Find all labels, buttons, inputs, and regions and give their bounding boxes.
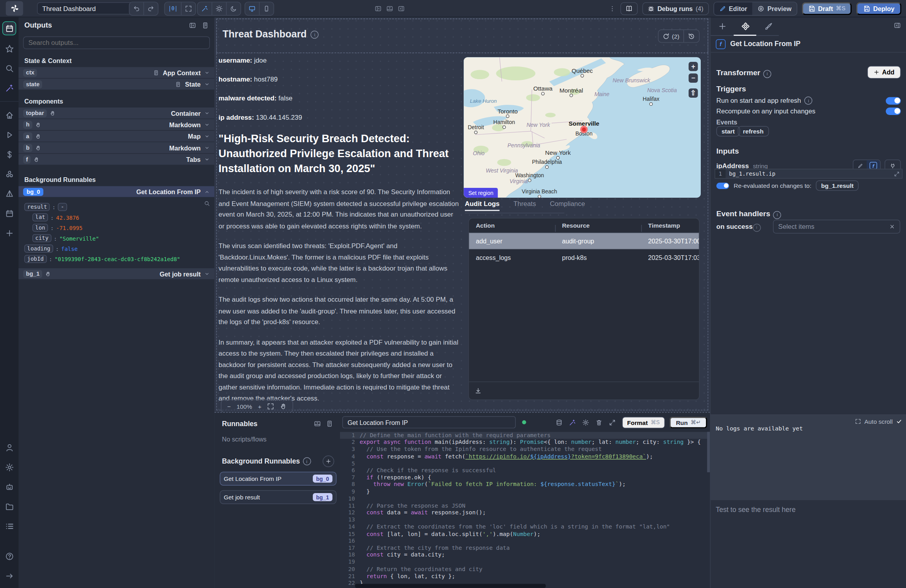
run-on-start-toggle[interactable] xyxy=(886,97,901,104)
docs-button[interactable] xyxy=(620,2,638,15)
ai-edit-icon[interactable] xyxy=(569,419,576,426)
map-locate-button[interactable]: ⇧ xyxy=(689,89,698,98)
refresh-all-button[interactable]: (2) xyxy=(659,30,683,42)
autoscroll-check-icon[interactable] xyxy=(896,419,902,425)
folders-icon[interactable] xyxy=(3,500,15,513)
search-icon[interactable] xyxy=(3,62,15,74)
mobile-view-button[interactable] xyxy=(259,2,274,15)
input-expression-editor[interactable]: 1 bg_1.result.ip xyxy=(715,169,902,179)
bg1-output-row[interactable]: bg_1 Get job result xyxy=(19,268,215,279)
draft-button[interactable]: Draft⌘S xyxy=(802,2,852,15)
component-settings-tab[interactable] xyxy=(734,17,757,36)
table-header[interactable]: Action xyxy=(469,222,555,229)
table-row[interactable]: add_useraudit-group2025-03-30T17:00:00Z xyxy=(469,232,699,249)
chevron-down-icon[interactable] xyxy=(204,145,210,151)
component-row-topbar[interactable]: topbar Container xyxy=(19,108,215,119)
code-area[interactable]: 1// Define the main function with the re… xyxy=(340,432,710,588)
chevron-up-icon[interactable] xyxy=(204,189,210,195)
bg0-output-row[interactable]: bg_0 Get Location From IP xyxy=(19,186,215,197)
event-refresh-chip[interactable]: refresh xyxy=(738,126,769,136)
desktop-view-button[interactable] xyxy=(245,2,259,15)
editor-tab[interactable]: Editor xyxy=(714,2,752,15)
runnable-item-bg_0[interactable]: Get Location From IPbg_0 xyxy=(220,472,336,486)
workers-icon[interactable] xyxy=(3,520,15,532)
output-row-ctx[interactable]: ctx App Context xyxy=(19,67,215,78)
ai-assistant-icon[interactable] xyxy=(3,480,15,493)
table-header[interactable]: Resource xyxy=(555,222,641,229)
fullscreen-button[interactable] xyxy=(181,2,196,15)
output-row-state[interactable]: state State xyxy=(19,79,215,90)
expand-editor-icon[interactable] xyxy=(609,419,616,426)
component-row-h[interactable]: h Markdown xyxy=(19,119,215,130)
download-icon[interactable] xyxy=(475,387,482,394)
light-theme-button[interactable] xyxy=(212,2,226,15)
chevron-down-icon[interactable] xyxy=(204,122,210,128)
reeval-toggle[interactable] xyxy=(717,182,729,189)
canvas-zoom-out-button[interactable]: − xyxy=(227,403,231,410)
insert-component-tab[interactable] xyxy=(711,17,734,36)
undo-button[interactable] xyxy=(130,2,143,15)
debug-runs-button[interactable]: Debug runs(4) xyxy=(642,2,709,15)
set-region-button[interactable]: Set region xyxy=(464,188,498,198)
collapse-panel-icon[interactable] xyxy=(189,22,196,29)
collapse-toggle[interactable]: - xyxy=(58,203,67,211)
map-component[interactable]: QuébecOttawaMontréalNew BrunswickNova Sc… xyxy=(464,57,701,198)
run-button[interactable]: Run⌘↵ xyxy=(670,417,707,428)
outputs-doc-icon[interactable] xyxy=(202,22,209,29)
variables-icon[interactable] xyxy=(3,148,15,161)
triggers-icon[interactable] xyxy=(3,187,15,200)
add-transformer-button[interactable]: Add xyxy=(867,66,901,78)
json-search-icon[interactable] xyxy=(204,200,210,208)
preview-tab[interactable]: Preview xyxy=(752,2,796,15)
add-icon[interactable] xyxy=(3,226,15,239)
on-success-select[interactable]: Select items xyxy=(773,220,900,234)
component-row-f[interactable]: f Tabs xyxy=(19,154,215,165)
collapse-right-icon[interactable] xyxy=(894,22,901,31)
expand-expression-icon[interactable] xyxy=(894,171,900,177)
ai-icon[interactable] xyxy=(3,82,15,94)
format-button[interactable]: Format⌘S xyxy=(622,417,665,428)
styling-tab[interactable] xyxy=(757,17,780,36)
runs-icon[interactable] xyxy=(3,128,15,141)
toggle-left-panel-icon[interactable] xyxy=(375,5,382,12)
chevron-down-icon[interactable] xyxy=(204,156,210,162)
redo-button[interactable] xyxy=(143,2,158,15)
chevron-down-icon[interactable] xyxy=(204,81,210,87)
fit-view-icon[interactable] xyxy=(267,403,274,410)
canvas-zoom-in-button[interactable]: + xyxy=(258,403,262,410)
app-canvas[interactable]: Threat Dashboardi (2) username: jdoehost… xyxy=(215,17,710,412)
recompute-toggle[interactable] xyxy=(886,107,901,115)
map-zoom-in-button[interactable]: + xyxy=(689,62,698,71)
favorites-star-icon[interactable] xyxy=(3,42,15,55)
toggle-right-panel-icon[interactable] xyxy=(398,5,405,12)
deploy-button[interactable]: Deploy xyxy=(856,2,901,15)
component-row-b[interactable]: b Markdown xyxy=(19,142,215,153)
component-row-a[interactable]: a Map xyxy=(19,131,215,142)
collapse-bottom-icon[interactable] xyxy=(314,420,321,427)
collapse-rail-icon[interactable] xyxy=(3,569,15,582)
search-outputs-input[interactable] xyxy=(23,36,210,49)
chevron-down-icon[interactable] xyxy=(204,110,210,116)
home-icon[interactable] xyxy=(3,109,15,121)
expand-logs-icon[interactable] xyxy=(855,419,861,425)
add-runnable-button[interactable] xyxy=(323,456,334,467)
map-zoom-out-button[interactable]: − xyxy=(689,73,698,82)
runnables-doc-icon[interactable] xyxy=(326,420,333,427)
code-hscrollbar[interactable] xyxy=(355,584,546,588)
table-header[interactable]: Timestamp xyxy=(641,222,699,229)
delete-runnable-icon[interactable] xyxy=(595,419,602,426)
runnable-item-bg_1[interactable]: Get job resultbg_1 xyxy=(220,490,336,504)
settings-gear-icon[interactable] xyxy=(3,461,15,473)
reeval-dependency-chip[interactable]: bg_1.result xyxy=(816,180,859,191)
apps-icon[interactable] xyxy=(2,21,16,35)
code-vscrollbar[interactable] xyxy=(707,432,710,472)
tab-threats[interactable]: Threats xyxy=(513,200,536,211)
help-icon[interactable] xyxy=(3,550,15,562)
toggle-bottom-panel-icon[interactable] xyxy=(386,5,393,12)
more-menu-icon[interactable] xyxy=(609,5,616,12)
table-row[interactable]: access_logsprod-k8s2025-03-30T17:03:00Z xyxy=(469,249,699,266)
chevron-down-icon[interactable] xyxy=(204,271,210,277)
recompute-history-button[interactable] xyxy=(683,30,699,42)
tab-audit-logs[interactable]: Audit Logs xyxy=(465,200,499,211)
zoom-reset-button[interactable]: |0| xyxy=(165,2,181,15)
